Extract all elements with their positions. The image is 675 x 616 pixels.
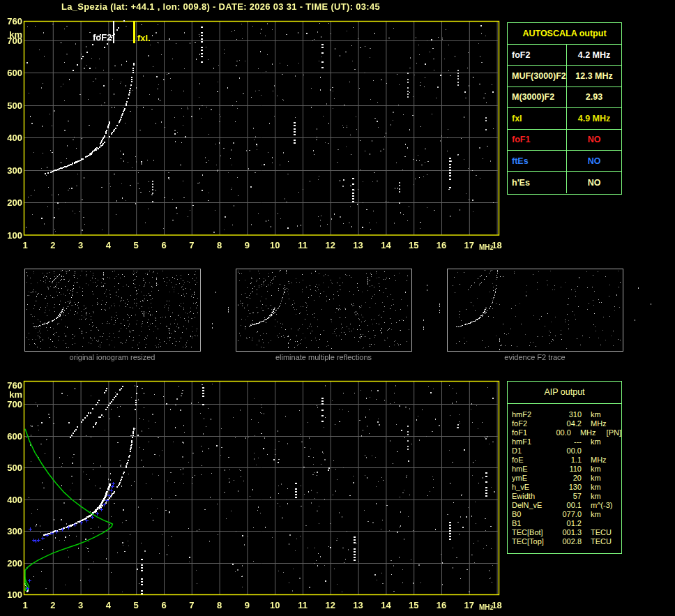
x-axis-tick-label: 8 (217, 600, 222, 610)
thumbnail-caption: eliminate multiple reflections (275, 353, 372, 361)
x-axis-tick-label: 10 (270, 600, 280, 610)
aip-extra: [PN] (607, 428, 621, 437)
autoscala-row: foF1NO (508, 130, 621, 151)
autoscala-table-rows: foF24.2 MHzMUF(3000)F212.3 MHzM(3000)F22… (508, 45, 621, 193)
autoscala-row-label: fxI (508, 108, 567, 128)
aip-name: B0 (512, 510, 552, 519)
aip-unit: m^(-3) (591, 501, 620, 510)
y-axis-tick-label: 400 (1, 133, 22, 143)
x-axis-tick-label: 6 (161, 240, 166, 250)
aip-name: B1 (512, 519, 552, 528)
aip-name: DelN_vE (512, 501, 552, 510)
fxI-marker-label: fxI. (137, 33, 151, 43)
x-axis-tick-label: 5 (134, 240, 139, 250)
aip-val: 20 (552, 474, 582, 483)
x-axis-tick-label: 15 (409, 240, 418, 250)
aip-row: DelN_vE00.1m^(-3) (512, 501, 621, 510)
aip-row: foF204.2MHz (512, 419, 621, 428)
aip-val: 001.3 (552, 528, 582, 537)
x-axis-tick-label: 4 (106, 600, 111, 610)
aip-table-body: hmF2310kmfoF204.2MHzfoF100.0MHz[PN]hmF1-… (508, 404, 621, 546)
autoscala-row-value: NO (567, 130, 621, 150)
aip-unit (591, 519, 620, 528)
x-axis-tick-label: 2 (50, 600, 55, 610)
y-axis-tick-label: 300 (1, 526, 22, 536)
aip-name: foF2 (512, 419, 552, 428)
thumbnail-caption: evidence F2 trace (504, 353, 565, 361)
aip-row: ymE20km (512, 474, 621, 483)
x-axis-tick-label: 8 (217, 240, 222, 250)
aip-val: 57 (552, 492, 582, 501)
aip-row: Ewidth57km (512, 492, 621, 501)
autoscala-row-label: h'Es (508, 172, 567, 193)
thumbnail-caption: original ionogram resized (70, 353, 156, 361)
x-axis-tick-label: 12 (326, 240, 335, 250)
x-axis-tick-label: 12 (326, 600, 335, 610)
autoscala-row: ftEsNO (508, 151, 621, 172)
y-axis-tick-label: 300 (1, 165, 22, 176)
aip-unit (591, 446, 620, 456)
aip-row: B101.2 (512, 519, 621, 528)
y-axis-tick-label: 600 (1, 431, 22, 442)
aip-output-table: AIP output hmF2310kmfoF204.2MHzfoF100.0M… (507, 381, 622, 554)
aip-unit: km (591, 483, 620, 492)
autoscala-row-label: M(3000)F2 (508, 87, 567, 107)
x-axis-tick-label: 9 (245, 240, 250, 250)
x-axis-unit-label: MHz (479, 243, 494, 251)
aip-unit: km (591, 492, 620, 501)
aip-row: hmE110km (512, 465, 621, 474)
aip-val: 1.1 (552, 456, 582, 465)
aip-name: D1 (512, 446, 552, 456)
aip-unit: MHz (591, 419, 620, 428)
autoscala-row-value: 4.9 MHz (567, 108, 621, 128)
aip-row: h_vE130km (512, 483, 621, 492)
station-title: La_Spezia (lat: +44.1 , lon: 009.8) - DA… (61, 1, 380, 12)
aip-unit: MHz (591, 456, 620, 465)
autoscala-row: h'EsNO (508, 172, 621, 193)
x-axis-tick-label: 10 (270, 240, 280, 250)
x-axis-tick-label: 3 (78, 600, 83, 610)
autoscala-row-value: 2.93 (567, 87, 621, 107)
aip-row: foE1.1MHz (512, 456, 621, 465)
x-axis-tick-label: 7 (189, 600, 194, 610)
aip-unit: km (591, 510, 620, 519)
aip-val: 04.2 (552, 419, 582, 428)
aip-val: 130 (552, 483, 582, 492)
x-axis-tick-label: 13 (353, 600, 363, 610)
y-axis-unit-label: km (1, 389, 22, 400)
aip-val: 00.0 (552, 446, 582, 456)
aip-name: TEC[Top] (512, 537, 552, 546)
x-axis-tick-label: 3 (78, 240, 83, 250)
aip-unit: km (591, 474, 620, 483)
y-axis-tick-label: 100 (1, 589, 22, 600)
x-axis-tick-label: 16 (437, 600, 446, 610)
autoscala-row-label: foF2 (508, 45, 567, 65)
aip-val: 077.0 (552, 510, 582, 519)
aip-row: B0077.0km (512, 510, 621, 519)
aip-row: hmF2310km (512, 410, 621, 419)
aip-row: TEC[Bot]001.3TECU (512, 528, 621, 537)
aip-unit: TECU (591, 528, 620, 537)
autoscala-table-header: AUTOSCALA output (508, 23, 621, 45)
autoscala-row-label: ftEs (508, 151, 567, 171)
aip-val: 00.1 (552, 501, 582, 510)
aip-name: Ewidth (512, 492, 552, 501)
aip-name: hmF1 (512, 437, 552, 446)
aip-row: foF100.0MHz[PN] (512, 428, 621, 437)
aip-val: --- (552, 437, 582, 446)
aip-val: 002.8 (552, 537, 582, 546)
aip-unit: MHz (580, 428, 605, 437)
y-axis-tick-label: 700 (1, 399, 22, 410)
aip-table-header: AIP output (508, 382, 621, 404)
aip-row: hmF1---km (512, 437, 621, 446)
aip-val: 110 (552, 465, 582, 474)
x-axis-tick-label: 6 (161, 600, 166, 610)
aip-unit: km (591, 410, 620, 419)
autoscala-row-value: 12.3 MHz (567, 66, 621, 86)
x-axis-tick-label: 7 (189, 240, 194, 250)
x-axis-tick-label: 17 (464, 240, 474, 250)
foF2-marker-label: foF2 (93, 32, 112, 43)
autoscala-row: MUF(3000)F212.3 MHz (508, 66, 621, 87)
y-axis-unit-label: km (1, 29, 22, 40)
aip-row: TEC[Top]002.8TECU (512, 537, 621, 546)
